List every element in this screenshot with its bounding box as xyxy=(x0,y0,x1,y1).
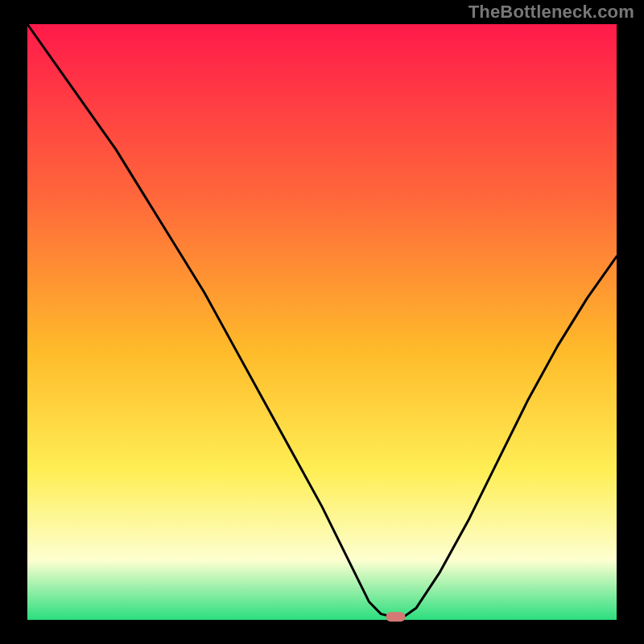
chart-container: TheBottleneck.com xyxy=(0,0,644,644)
watermark-text: TheBottleneck.com xyxy=(469,2,634,23)
optimal-marker xyxy=(386,612,406,621)
chart-svg xyxy=(0,0,644,644)
gradient-plot-area xyxy=(27,24,617,620)
